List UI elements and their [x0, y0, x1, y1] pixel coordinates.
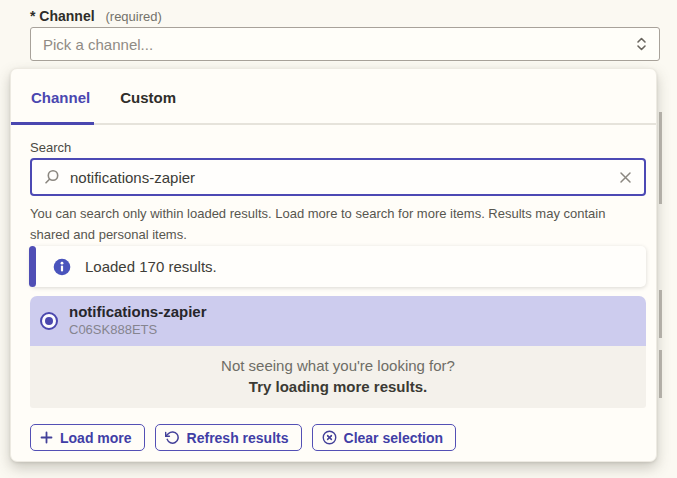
- field-label: * Channel (required): [30, 8, 162, 24]
- search-label: Search: [30, 140, 71, 155]
- tab-custom[interactable]: Custom: [120, 89, 176, 106]
- load-more-label: Load more: [60, 430, 132, 446]
- not-seeing-hint: Not seeing what you're looking for?: [30, 357, 646, 374]
- chevron-up-down-icon: [636, 36, 647, 52]
- alert-accent-bar: [29, 246, 36, 287]
- background-field-edge: [659, 112, 662, 204]
- clear-search-icon[interactable]: [619, 171, 632, 184]
- refresh-icon: [165, 430, 180, 445]
- required-note: (required): [105, 9, 161, 24]
- load-more-button[interactable]: Load more: [30, 424, 145, 451]
- active-tab-underline: [11, 122, 94, 125]
- list-footer: Not seeing what you're looking for? Try …: [30, 346, 646, 408]
- plus-icon: [40, 431, 53, 444]
- required-asterisk: *: [30, 8, 35, 24]
- search-field: [30, 158, 646, 196]
- clear-selection-button[interactable]: Clear selection: [312, 424, 457, 451]
- result-option-notifications-zapier[interactable]: notifications-zapier C06SK888ETS: [30, 296, 646, 346]
- search-helper-text: You can search only within loaded result…: [30, 203, 644, 245]
- tab-bar: Channel Custom: [11, 69, 656, 125]
- search-input[interactable]: [70, 169, 619, 186]
- refresh-results-label: Refresh results: [187, 430, 289, 446]
- loaded-results-alert: Loaded 170 results.: [30, 246, 646, 287]
- action-buttons-row: Load more Refresh results Clear selectio…: [30, 424, 456, 451]
- result-text: notifications-zapier C06SK888ETS: [69, 303, 207, 339]
- x-circle-icon: [322, 430, 337, 445]
- info-icon: [53, 258, 71, 276]
- radio-dot: [45, 317, 53, 325]
- result-name: notifications-zapier: [69, 303, 207, 322]
- select-placeholder: Pick a channel...: [43, 36, 636, 53]
- refresh-results-button[interactable]: Refresh results: [155, 424, 302, 451]
- tab-divider: [11, 123, 656, 125]
- field-name: Channel: [39, 8, 94, 24]
- channel-dropdown-panel: Channel Custom Search You can search onl…: [10, 68, 657, 462]
- alert-text: Loaded 170 results.: [85, 258, 217, 275]
- result-id: C06SK888ETS: [69, 322, 207, 339]
- radio-selected-icon[interactable]: [40, 312, 58, 330]
- try-loading-hint: Try loading more results.: [30, 378, 646, 395]
- tab-channel[interactable]: Channel: [31, 89, 90, 106]
- background-field-edge: [659, 350, 662, 398]
- search-icon: [44, 169, 60, 185]
- channel-select[interactable]: Pick a channel...: [30, 27, 660, 61]
- clear-selection-label: Clear selection: [344, 430, 444, 446]
- background-field-edge: [659, 290, 662, 338]
